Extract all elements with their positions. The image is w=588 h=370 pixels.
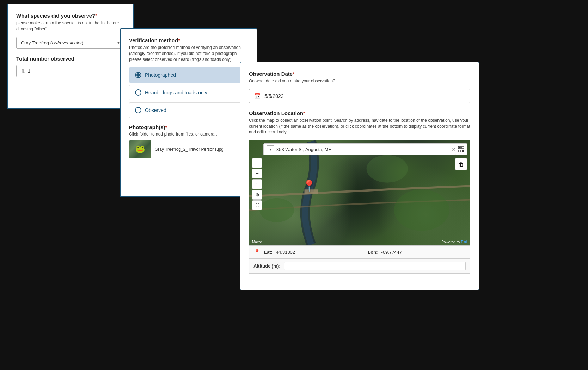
verification-required-star: * — [178, 37, 180, 43]
radio-photographed-circle — [135, 72, 141, 78]
map-pin-marker: 📍 — [302, 179, 316, 193]
photos-section-title: Photograph(s)* — [129, 124, 248, 130]
verification-card: Verification method* Photos are the pref… — [120, 28, 257, 197]
map-attribution-maxar: Maxar — [252, 240, 262, 244]
map-locate-button[interactable]: ⊕ — [252, 190, 262, 200]
map-attribution-esri: Powered by Esri — [441, 240, 467, 244]
photos-desc: Click folder to add photo from files, or… — [129, 132, 248, 137]
altitude-input[interactable] — [284, 262, 466, 270]
coord-divider — [364, 249, 364, 256]
map-expand-button[interactable]: ⛶ — [252, 200, 262, 210]
option-heard-label: Heard - frogs and toads only — [145, 90, 207, 95]
obs-loc-desc: Click the map to collect an observation … — [249, 118, 470, 135]
svg-rect-11 — [463, 150, 464, 151]
obs-date-input[interactable]: 📅 5/5/2022 — [249, 89, 470, 103]
svg-rect-7 — [463, 147, 463, 148]
esri-link[interactable]: Esri — [461, 240, 467, 244]
lon-input[interactable] — [381, 250, 466, 255]
verification-title: Verification method* — [129, 37, 248, 43]
species-card: What species did you observe?* please ma… — [7, 4, 134, 109]
species-desc: please make certain the species is not i… — [16, 20, 125, 32]
total-observed-label: Total number observed — [16, 56, 125, 62]
sort-icon: ⇅ — [21, 68, 25, 74]
altitude-label: Altitude (m): — [253, 263, 281, 269]
svg-rect-10 — [462, 150, 463, 151]
coordinates-row: 📍 Lat: Lon: — [249, 246, 470, 259]
map-zoom-in-button[interactable]: + — [252, 158, 262, 168]
obs-date-title: Observation Date* — [249, 71, 470, 77]
option-heard[interactable]: Heard - frogs and toads only — [129, 85, 248, 100]
map-search-address: 353 Water St, Augusta, ME — [276, 147, 449, 152]
photo-row: Gray Treefrog_2_Trevor Persons.jpg — [129, 140, 248, 158]
total-number-input[interactable]: ⇅ 1 — [16, 65, 125, 77]
obs-date-value: 5/5/2022 — [264, 93, 284, 99]
svg-rect-9 — [459, 151, 460, 151]
lon-label: Lon: — [368, 250, 378, 255]
map-container[interactable]: ▼ 353 Water St, Augusta, ME ✕ 🔍 🗑 — [249, 140, 470, 246]
svg-rect-14 — [463, 151, 463, 151]
option-observed[interactable]: Observed — [129, 102, 248, 118]
map-zoom-out-button[interactable]: − — [252, 169, 262, 178]
obs-date-title-text: Observation Date — [249, 71, 293, 77]
species-required-star: * — [95, 13, 97, 19]
obs-loc-title: Observation Location* — [249, 110, 470, 116]
altitude-row: Altitude (m): — [249, 259, 470, 274]
photos-required-star: * — [165, 124, 167, 130]
species-dropdown[interactable]: Gray Treefrog (Hyla versicolor) ▼ — [16, 37, 125, 49]
option-observed-label: Observed — [145, 107, 166, 113]
species-dropdown-value: Gray Treefrog (Hyla versicolor) — [21, 40, 84, 45]
total-number-value: 1 — [28, 68, 30, 74]
obs-date-desc: On what date did you make your observati… — [249, 78, 470, 84]
option-photographed[interactable]: Photographed — [129, 67, 248, 83]
svg-rect-12 — [462, 151, 463, 152]
map-overlay — [249, 140, 470, 245]
map-search-dropdown-icon[interactable]: ▼ — [267, 145, 274, 153]
qr-icon — [458, 146, 464, 152]
species-title: What species did you observe?* — [16, 13, 125, 19]
svg-rect-5 — [459, 147, 460, 148]
observation-card: Observation Date* On what date did you m… — [240, 62, 479, 290]
obs-loc-title-text: Observation Location — [249, 110, 303, 116]
verification-title-text: Verification method — [129, 37, 178, 43]
svg-point-2 — [367, 155, 408, 183]
calendar-icon: 📅 — [254, 93, 261, 99]
species-title-text: What species did you observe? — [16, 13, 95, 19]
map-trash-button[interactable]: 🗑 — [455, 158, 467, 170]
coords-pin-icon: 📍 — [253, 249, 261, 256]
map-controls: + − ⌂ ⊕ ⛶ — [252, 158, 262, 210]
map-home-button[interactable]: ⌂ — [252, 179, 262, 189]
svg-point-3 — [259, 198, 294, 222]
photo-thumbnail — [129, 140, 151, 158]
obs-loc-required-star: * — [303, 110, 305, 116]
radio-heard-circle — [135, 89, 141, 96]
svg-point-1 — [394, 189, 449, 231]
lat-label: Lat: — [264, 250, 272, 255]
photos-title-text: Photograph(s) — [129, 124, 165, 130]
radio-observed-circle — [135, 107, 141, 113]
lat-input[interactable] — [276, 250, 361, 255]
map-qr-button[interactable] — [455, 143, 467, 155]
map-search-bar[interactable]: ▼ 353 Water St, Augusta, ME ✕ 🔍 — [263, 143, 467, 155]
obs-date-required-star: * — [293, 71, 295, 77]
svg-rect-13 — [463, 151, 464, 152]
verification-desc: Photos are the preferred method of verif… — [129, 45, 248, 62]
photo-filename: Gray Treefrog_2_Trevor Persons.jpg — [151, 144, 228, 155]
option-photographed-label: Photographed — [145, 72, 176, 78]
